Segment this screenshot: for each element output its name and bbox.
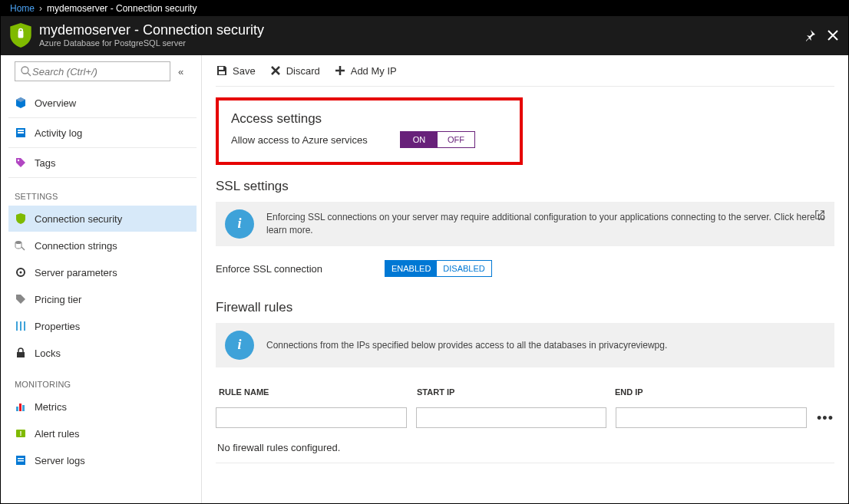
sidebar-section-monitoring: MONITORING <box>15 380 190 389</box>
sidebar-item-locks[interactable]: Locks <box>8 340 197 366</box>
svg-text:!: ! <box>20 430 22 437</box>
breadcrumb-current: mydemoserver - Connection security <box>47 3 197 14</box>
search-input[interactable] <box>32 66 165 77</box>
svg-line-3 <box>28 73 31 76</box>
breadcrumb: Home › mydemoserver - Connection securit… <box>1 1 848 16</box>
sidebar-item-metrics[interactable]: Metrics <box>8 394 197 420</box>
toolbar: Save Discard Add My IP <box>216 55 834 87</box>
log-icon <box>15 127 27 139</box>
firewall-title: Firewall rules <box>216 300 834 315</box>
svg-point-2 <box>21 67 28 74</box>
firewall-new-row: ••• <box>216 403 834 433</box>
svg-point-10 <box>20 272 22 274</box>
ssl-toggle-disabled[interactable]: DISABLED <box>437 261 491 276</box>
sidebar-item-label: Properties <box>35 321 80 332</box>
svg-rect-15 <box>16 407 18 411</box>
sidebar: « Overview Activity log Tags SETTINGS Co… <box>1 55 202 504</box>
ssl-toggle[interactable]: ENABLED DISABLED <box>385 260 492 277</box>
access-settings-highlight: Access settings Allow access to Azure se… <box>216 97 523 165</box>
pricing-icon <box>15 293 27 305</box>
firewall-empty-text: No firewall rules configured. <box>216 433 834 463</box>
sidebar-item-connection-strings[interactable]: Connection strings <box>8 232 197 259</box>
sidebar-item-server-parameters[interactable]: Server parameters <box>8 259 197 285</box>
breadcrumb-home[interactable]: Home <box>10 3 35 14</box>
access-settings-title: Access settings <box>231 111 507 127</box>
firewall-info-text: Connections from the IPs specified below… <box>266 339 825 352</box>
main-content: Save Discard Add My IP Access settings A… <box>202 55 848 504</box>
ssl-settings-title: SSL settings <box>216 179 834 194</box>
sidebar-item-alert-rules[interactable]: ! Alert rules <box>8 420 197 446</box>
db-link-icon <box>15 239 27 252</box>
svg-rect-24 <box>219 71 225 74</box>
lock-icon <box>15 347 27 359</box>
logs-icon <box>15 454 27 466</box>
ssl-toggle-enabled[interactable]: ENABLED <box>385 261 437 276</box>
chart-icon <box>15 400 27 413</box>
page-title: mydemoserver - Connection security <box>39 22 804 38</box>
col-rule-name: RULE NAME <box>219 387 417 397</box>
shield-small-icon <box>15 212 27 225</box>
sidebar-item-label: Alert rules <box>35 428 80 440</box>
add-my-ip-button[interactable]: Add My IP <box>334 64 397 77</box>
sidebar-item-label: Locks <box>35 348 61 359</box>
col-end-ip: END IP <box>615 387 813 397</box>
firewall-table-head: RULE NAME START IP END IP <box>216 381 834 403</box>
sidebar-item-server-logs[interactable]: Server logs <box>8 447 197 473</box>
sidebar-item-label: Server logs <box>35 455 85 466</box>
ssl-label: Enforce SSL connection <box>216 263 362 275</box>
svg-point-8 <box>15 241 21 244</box>
svg-point-7 <box>18 160 19 161</box>
gear-icon <box>15 266 27 278</box>
plus-icon <box>334 64 346 77</box>
sidebar-item-label: Server parameters <box>35 267 117 278</box>
col-start-ip: START IP <box>417 387 615 397</box>
sliders-icon <box>15 320 27 332</box>
access-toggle[interactable]: ON OFF <box>400 131 475 148</box>
sidebar-item-label: Connection security <box>35 213 122 225</box>
svg-rect-6 <box>18 132 24 133</box>
alert-icon: ! <box>15 427 27 440</box>
svg-rect-23 <box>219 67 223 70</box>
search-container <box>15 61 170 81</box>
svg-rect-16 <box>19 404 21 411</box>
search-icon <box>20 65 32 77</box>
firewall-info-banner: i Connections from the IPs specified bel… <box>216 323 834 367</box>
page-subtitle: Azure Database for PostgreSQL server <box>39 38 804 48</box>
sidebar-item-label: Overview <box>35 97 76 109</box>
collapse-sidebar-icon[interactable]: « <box>178 66 190 77</box>
sidebar-item-overview[interactable]: Overview <box>8 90 197 116</box>
access-label: Allow access to Azure services <box>231 134 377 146</box>
access-toggle-off[interactable]: OFF <box>438 132 474 147</box>
info-icon: i <box>225 331 254 360</box>
sidebar-item-tags[interactable]: Tags <box>8 150 197 176</box>
sidebar-item-activity-log[interactable]: Activity log <box>8 120 197 146</box>
svg-rect-17 <box>22 405 25 411</box>
info-icon: i <box>225 209 254 239</box>
firewall-table: RULE NAME START IP END IP ••• No firewal… <box>216 381 834 463</box>
save-button[interactable]: Save <box>216 64 256 77</box>
svg-rect-14 <box>17 352 25 357</box>
ssl-info-banner: i Enforcing SSL connections on your serv… <box>216 202 834 246</box>
chevron-right-icon: › <box>39 3 42 14</box>
row-more-button[interactable]: ••• <box>816 414 834 422</box>
sidebar-item-pricing-tier[interactable]: Pricing tier <box>8 286 197 312</box>
tag-icon <box>15 156 27 169</box>
sidebar-item-properties[interactable]: Properties <box>8 313 197 339</box>
page-header: mydemoserver - Connection security Azure… <box>1 16 848 55</box>
close-icon[interactable] <box>827 29 839 41</box>
sidebar-section-settings: SETTINGS <box>15 192 190 201</box>
start-ip-input[interactable] <box>416 407 607 428</box>
sidebar-item-label: Activity log <box>35 127 82 139</box>
rule-name-input[interactable] <box>216 407 407 428</box>
discard-icon <box>269 64 282 77</box>
cube-icon <box>15 97 27 109</box>
external-link-icon[interactable] <box>814 209 825 220</box>
access-toggle-on[interactable]: ON <box>401 132 438 147</box>
sidebar-item-label: Metrics <box>35 401 67 413</box>
save-icon <box>216 64 228 77</box>
end-ip-input[interactable] <box>616 407 807 428</box>
sidebar-item-connection-security[interactable]: Connection security <box>8 206 197 232</box>
svg-rect-5 <box>18 130 24 131</box>
pin-icon[interactable] <box>804 29 816 41</box>
discard-button[interactable]: Discard <box>269 64 320 77</box>
